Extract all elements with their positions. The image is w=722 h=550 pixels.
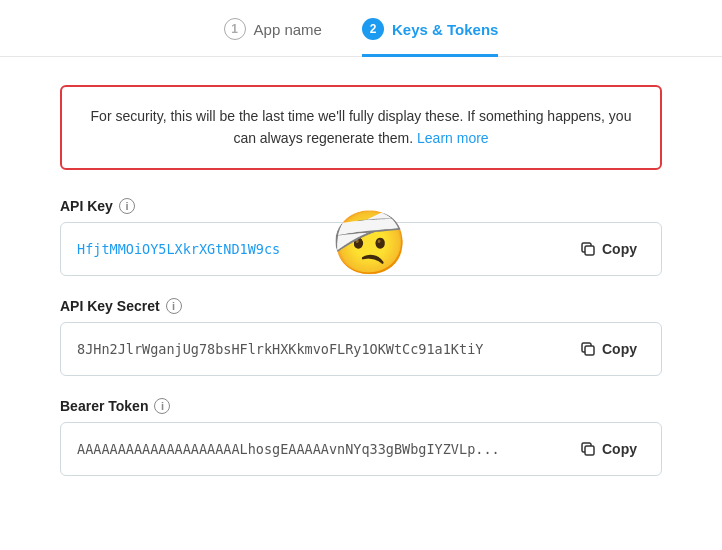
api-key-secret-label: API Key Secret: [60, 298, 160, 314]
copy-icon: [580, 241, 596, 257]
bearer-token-box: AAAAAAAAAAAAAAAAAAAALhosgEAAAAAvnNYq33gB…: [60, 422, 662, 476]
bearer-token-info-icon[interactable]: i: [154, 398, 170, 414]
svg-rect-0: [585, 246, 594, 255]
api-key-secret-value: 8JHn2JlrWganjUg78bsHFlrkHXKkmvoFLRy1OKWt…: [77, 341, 483, 357]
api-key-secret-info-icon[interactable]: i: [166, 298, 182, 314]
api-key-secret-label-row: API Key Secret i: [60, 298, 662, 314]
tab-keys-tokens-number: 2: [362, 18, 384, 40]
emoji-mascot: 🤕: [331, 212, 408, 274]
api-key-label: API Key: [60, 198, 113, 214]
tab-app-name-label: App name: [254, 21, 322, 38]
tab-app-name-number: 1: [224, 18, 246, 40]
bearer-token-label: Bearer Token: [60, 398, 148, 414]
api-key-copy-label: Copy: [602, 241, 637, 257]
copy-icon: [580, 441, 596, 457]
tab-keys-tokens-label: Keys & Tokens: [392, 21, 498, 38]
api-key-value: HfjtMMOiOY5LXkrXGtND1W9cs: [77, 241, 280, 257]
security-notice: For security, this will be the last time…: [60, 85, 662, 170]
bearer-token-copy-label: Copy: [602, 441, 637, 457]
api-key-secret-copy-button[interactable]: Copy: [572, 337, 645, 361]
bearer-token-copy-button[interactable]: Copy: [572, 437, 645, 461]
bearer-token-value: AAAAAAAAAAAAAAAAAAAALhosgEAAAAAvnNYq33gB…: [77, 441, 500, 457]
api-key-copy-button[interactable]: Copy: [572, 237, 645, 261]
svg-rect-1: [585, 346, 594, 355]
tab-keys-tokens[interactable]: 2 Keys & Tokens: [362, 18, 498, 57]
main-content: For security, this will be the last time…: [0, 57, 722, 504]
learn-more-link[interactable]: Learn more: [417, 130, 489, 146]
api-key-info-icon[interactable]: i: [119, 198, 135, 214]
api-key-secret-box: 8JHn2JlrWganjUg78bsHFlrkHXKkmvoFLRy1OKWt…: [60, 322, 662, 376]
bearer-token-label-row: Bearer Token i: [60, 398, 662, 414]
svg-rect-2: [585, 446, 594, 455]
tab-app-name[interactable]: 1 App name: [224, 18, 322, 57]
tabs-bar: 1 App name 2 Keys & Tokens: [0, 0, 722, 57]
api-key-secret-copy-label: Copy: [602, 341, 637, 357]
copy-icon: [580, 341, 596, 357]
security-notice-text: For security, this will be the last time…: [91, 108, 632, 146]
